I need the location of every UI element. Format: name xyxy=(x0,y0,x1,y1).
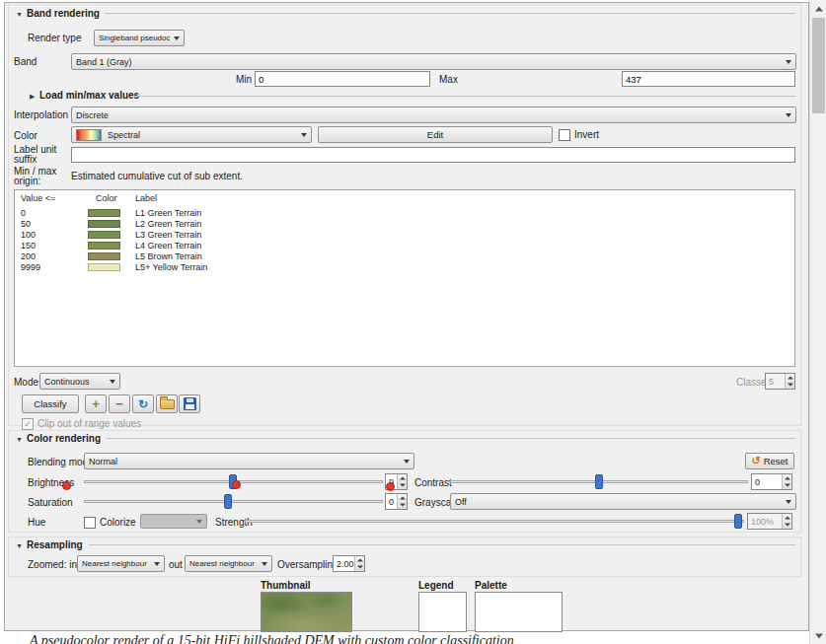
refresh-button[interactable]: ↻ xyxy=(132,394,154,413)
raster-symbology-panel: ▼ Band rendering Render type Singleband … xyxy=(0,0,826,644)
saturation-value: 0 xyxy=(389,497,394,507)
zoomed-in-combo[interactable]: Nearest neighbour xyxy=(77,555,165,572)
annotation-dot xyxy=(232,480,241,489)
mode-combo[interactable]: Continuous xyxy=(39,373,120,390)
band-value: Band 1 (Gray) xyxy=(76,57,132,67)
colorize-label: Colorize xyxy=(100,517,136,529)
zoomed-in-label: Zoomed: in xyxy=(28,559,77,571)
table-row[interactable]: 9999 L5+ Yellow Terrain xyxy=(15,262,794,273)
min-input[interactable] xyxy=(255,71,430,87)
max-label: Max xyxy=(439,74,458,86)
scroll-up-button[interactable] xyxy=(810,0,826,17)
add-entry-button[interactable]: + xyxy=(85,394,107,413)
arrow-up-icon xyxy=(815,6,823,11)
class-color-swatch[interactable] xyxy=(88,220,120,228)
spinner-arrows-icon[interactable] xyxy=(782,474,791,489)
column-header-value[interactable]: Value <= xyxy=(21,193,55,204)
edit-ramp-button[interactable]: Edit xyxy=(318,126,553,143)
class-color-swatch[interactable] xyxy=(88,263,120,271)
contrast-spinbox[interactable]: 0 xyxy=(751,473,792,490)
collapse-arrow-icon[interactable]: ▼ xyxy=(16,11,23,19)
palette-preview xyxy=(475,592,563,632)
class-value: 100 xyxy=(21,230,36,241)
contrast-slider-handle[interactable] xyxy=(595,474,603,489)
chevron-down-icon xyxy=(110,380,115,384)
reset-button[interactable]: ↺ Reset xyxy=(745,453,794,469)
section-divider xyxy=(134,96,795,97)
class-color-swatch[interactable] xyxy=(88,209,120,217)
vertical-scrollbar[interactable] xyxy=(809,0,826,644)
strength-slider[interactable] xyxy=(245,514,744,529)
max-input[interactable] xyxy=(622,71,795,87)
class-color-swatch[interactable] xyxy=(88,252,120,260)
slider-groove xyxy=(84,500,383,503)
spinner-arrows-icon[interactable] xyxy=(397,474,407,489)
section-divider xyxy=(107,438,795,439)
minus-icon: − xyxy=(115,397,123,410)
min-label: Min xyxy=(236,74,252,86)
scroll-down-button[interactable] xyxy=(810,627,826,644)
remove-entry-button[interactable]: − xyxy=(109,394,130,413)
load-minmax-title[interactable]: Load min/max values xyxy=(39,90,139,102)
minmax-origin-value: Estimated cumulative cut of sub extent. xyxy=(71,171,243,182)
column-header-color[interactable]: Color xyxy=(96,193,117,204)
table-row[interactable]: 50 L2 Green Terrain xyxy=(15,219,794,230)
chevron-down-icon xyxy=(404,460,410,464)
class-value: 50 xyxy=(21,219,31,230)
zoomed-out-combo[interactable]: Nearest neighbour xyxy=(185,555,272,572)
column-header-label[interactable]: Label xyxy=(135,193,157,204)
zoomed-in-value: Nearest neighbour xyxy=(82,559,147,568)
table-row[interactable]: 100 L3 Green Terrain xyxy=(15,230,794,241)
table-row[interactable]: 200 L5 Brown Terrain xyxy=(15,251,794,262)
oversampling-spinbox[interactable]: 2.00 xyxy=(333,555,365,572)
save-color-map-button[interactable] xyxy=(179,394,200,413)
invert-checkbox[interactable] xyxy=(559,129,570,141)
band-combo[interactable]: Band 1 (Gray) xyxy=(71,53,796,70)
saturation-spinbox[interactable]: 0 xyxy=(385,493,408,510)
contrast-slider[interactable] xyxy=(450,474,748,489)
color-label: Color xyxy=(14,130,38,142)
render-type-combo[interactable]: Singleband pseudocolor xyxy=(94,30,185,46)
resampling-title: Resampling xyxy=(27,539,83,551)
grayscale-combo[interactable]: Off xyxy=(450,493,796,510)
spinner-arrows-icon[interactable] xyxy=(397,494,407,509)
class-color-swatch[interactable] xyxy=(88,242,120,250)
mode-value: Continuous xyxy=(44,377,90,387)
section-divider xyxy=(105,13,795,14)
invert-label: Invert xyxy=(574,129,599,141)
classify-button[interactable]: Classify xyxy=(22,394,79,413)
colorize-checkbox[interactable] xyxy=(84,517,96,529)
collapse-arrow-icon[interactable]: ▼ xyxy=(16,436,23,444)
spinner-arrows-icon xyxy=(785,374,794,389)
scrollbar-thumb[interactable] xyxy=(812,18,825,113)
classification-table[interactable]: Value <= Color Label 0 L1 Green Terrain … xyxy=(14,189,795,367)
label-unit-suffix-label2: suffix xyxy=(14,154,37,166)
strength-value: 100% xyxy=(751,517,774,527)
minmax-origin-label2: origin: xyxy=(14,176,40,187)
strength-slider-handle[interactable] xyxy=(734,514,742,529)
contrast-value: 0 xyxy=(755,477,760,487)
class-label: L4 Green Terrain xyxy=(135,241,201,251)
band-label: Band xyxy=(14,56,37,68)
interpolation-combo[interactable]: Discrete xyxy=(71,107,796,123)
class-value: 200 xyxy=(21,251,36,262)
mode-label: Mode xyxy=(14,377,38,389)
annotation-dot xyxy=(62,481,71,490)
saturation-slider[interactable] xyxy=(84,494,383,509)
contrast-label: Contrast xyxy=(414,477,452,489)
table-row[interactable]: 150 L4 Green Terrain xyxy=(15,241,794,251)
blending-mode-combo[interactable]: Normal xyxy=(84,453,414,469)
color-ramp-combo[interactable]: Spectral xyxy=(71,126,312,143)
page-caption-text: A pseudocolor render of a 15-bit HiFi hi… xyxy=(30,633,622,644)
grayscale-value: Off xyxy=(455,497,467,507)
color-rendering-title: Color rendering xyxy=(27,433,101,445)
spinner-arrows-icon[interactable] xyxy=(354,556,364,571)
label-unit-suffix-input[interactable] xyxy=(71,147,795,163)
save-icon xyxy=(184,397,196,410)
table-row[interactable]: 0 L1 Green Terrain xyxy=(15,208,794,219)
collapse-arrow-icon[interactable]: ▼ xyxy=(16,542,23,550)
collapse-arrow-icon[interactable]: ▶ xyxy=(30,93,35,101)
load-color-map-button[interactable] xyxy=(156,394,178,413)
class-color-swatch[interactable] xyxy=(88,231,120,239)
saturation-slider-handle[interactable] xyxy=(224,494,232,509)
